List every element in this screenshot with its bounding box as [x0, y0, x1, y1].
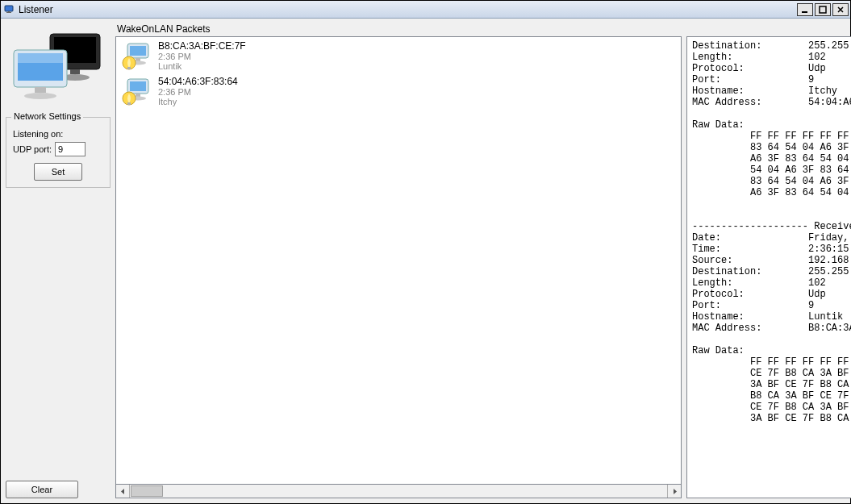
network-settings-group: Network Settings Listening on: UDP port:…	[6, 117, 111, 188]
packet-icon	[121, 40, 153, 73]
packets-panel: WakeOnLAN Packets	[115, 23, 682, 498]
monitors-illustration	[6, 23, 111, 112]
svg-rect-2	[8, 11, 10, 12]
svg-rect-25	[127, 102, 131, 105]
svg-rect-22	[136, 94, 140, 97]
svg-rect-19	[127, 67, 131, 69]
listening-on-label: Listening on:	[13, 129, 103, 139]
packets-hscroll[interactable]	[115, 485, 682, 498]
udp-port-label: UDP port:	[13, 144, 52, 154]
content-area: Network Settings Listening on: UDP port:…	[1, 19, 850, 503]
packet-icon	[121, 76, 153, 108]
maximize-button[interactable]	[815, 3, 831, 16]
details-panel: Destination: 255.255.255.255 Length: 102…	[686, 36, 851, 498]
network-settings-label: Network Settings	[11, 111, 83, 121]
set-button-label: Set	[52, 167, 65, 177]
svg-point-13	[24, 93, 56, 99]
list-item[interactable]: 54:04:A6:3F:83:64 2:36 PM Itchy	[118, 74, 679, 110]
app-icon	[4, 4, 15, 15]
window-title: Listener	[19, 4, 795, 15]
svg-rect-15	[130, 46, 146, 56]
scroll-thumb[interactable]	[131, 485, 163, 497]
svg-rect-21	[130, 81, 146, 91]
titlebar: Listener	[1, 1, 850, 19]
scroll-left-icon[interactable]	[116, 485, 130, 498]
packets-label: WakeOnLAN Packets	[115, 23, 682, 35]
svg-rect-7	[70, 69, 80, 74]
list-item[interactable]: B8:CA:3A:BF:CE:7F 2:36 PM Luntik	[118, 39, 679, 74]
details-box: Destination: 255.255.255.255 Length: 102…	[686, 36, 851, 498]
close-button[interactable]	[832, 3, 849, 16]
packet-mac: 54:04:A6:3F:83:64	[158, 76, 238, 87]
packets-list[interactable]: B8:CA:3A:BF:CE:7F 2:36 PM Luntik	[115, 36, 682, 485]
svg-rect-3	[802, 11, 807, 13]
clear-button[interactable]: Clear	[6, 481, 78, 498]
main-window: Listener	[0, 0, 851, 504]
clear-button-label: Clear	[31, 485, 52, 494]
svg-rect-4	[820, 6, 826, 13]
scroll-right-icon[interactable]	[667, 485, 681, 498]
packet-host: Luntik	[158, 61, 246, 71]
svg-rect-1	[6, 12, 11, 13]
set-button[interactable]: Set	[34, 163, 82, 181]
svg-rect-0	[5, 6, 13, 11]
packet-time: 2:36 PM	[158, 52, 246, 61]
svg-rect-16	[136, 58, 140, 61]
udp-port-input[interactable]	[55, 142, 86, 156]
left-panel: Network Settings Listening on: UDP port:…	[6, 23, 111, 498]
packet-host: Itchy	[158, 97, 238, 106]
minimize-button[interactable]	[797, 3, 813, 16]
svg-rect-11	[18, 53, 63, 63]
svg-rect-12	[35, 87, 46, 93]
details-text[interactable]: Destination: 255.255.255.255 Length: 102…	[687, 37, 851, 498]
packet-mac: B8:CA:3A:BF:CE:7F	[158, 40, 246, 52]
packet-time: 2:36 PM	[158, 87, 238, 97]
